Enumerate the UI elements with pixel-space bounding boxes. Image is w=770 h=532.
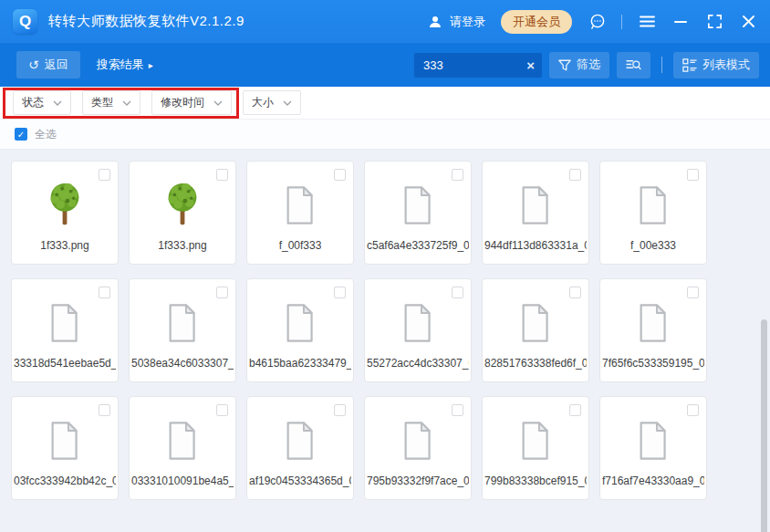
file-card[interactable]: f716af7e43330aa9_0 — [599, 396, 707, 500]
file-name: 1f333.png — [40, 239, 88, 252]
file-checkbox[interactable] — [334, 404, 346, 416]
breadcrumb[interactable]: 搜索结果 ▸ — [97, 57, 153, 73]
document-icon — [636, 162, 671, 239]
file-card[interactable]: 1f333.png — [11, 161, 119, 265]
file-card[interactable]: 5038ea34c6033307_0 — [129, 278, 236, 382]
file-card[interactable]: 944df113d863331a_0 — [482, 161, 589, 265]
chevron-down-icon — [122, 100, 131, 106]
select-all-checkbox[interactable]: ✓ — [15, 128, 27, 141]
customer-service-icon[interactable] — [588, 13, 606, 31]
file-checkbox[interactable] — [216, 404, 228, 416]
document-icon — [401, 279, 435, 357]
file-name: 03fcc333942bb42c_0 — [14, 475, 116, 487]
size-dropdown[interactable]: 大小 — [243, 90, 301, 115]
document-icon — [47, 279, 82, 357]
document-icon — [636, 397, 671, 475]
file-checkbox[interactable] — [569, 404, 581, 416]
file-checkbox[interactable] — [334, 169, 346, 181]
clear-search-icon[interactable]: × — [526, 58, 535, 72]
document-icon — [283, 279, 317, 357]
back-label: 返回 — [45, 57, 68, 73]
file-name: 799b83338bcef915_0 — [484, 475, 587, 487]
file-name: 03331010091be4a5_0 — [131, 475, 234, 487]
toolbar-divider — [661, 57, 662, 73]
document-icon — [47, 397, 82, 475]
select-all-row: ✓ 全选 — [0, 120, 770, 150]
filter-row: 状态 类型 修改时间 大小 — [0, 87, 770, 120]
chevron-down-icon — [283, 100, 292, 106]
file-name: 33318d541eebae5d_0 — [14, 357, 116, 370]
file-checkbox[interactable] — [452, 169, 463, 181]
search-in-list-button[interactable] — [617, 52, 650, 78]
file-checkbox[interactable] — [687, 287, 699, 298]
file-checkbox[interactable] — [99, 404, 110, 416]
toolbar: ↺ 返回 搜索结果 ▸ × 筛选 — [0, 43, 770, 87]
file-card[interactable]: f_00f333 — [246, 161, 354, 265]
file-card[interactable]: 03331010091be4a5_0 — [129, 396, 236, 500]
file-card[interactable]: 799b83338bcef915_0 — [482, 396, 589, 500]
document-icon — [518, 279, 553, 357]
file-card[interactable]: b4615baa62333479_0 — [246, 278, 354, 382]
minimize-icon[interactable] — [671, 13, 690, 31]
file-list-area: 1f333.png 1f333.png f_00f333 c5af6a4e333… — [0, 150, 770, 532]
tree-image-thumbnail — [159, 162, 206, 239]
file-name: 7f65f6c533359195_0 — [602, 357, 704, 370]
document-icon — [401, 162, 435, 239]
file-card[interactable]: c5af6a4e333725f9_0 — [364, 161, 472, 265]
app-logo-icon: Q — [13, 9, 37, 34]
document-icon — [165, 397, 200, 475]
file-card[interactable]: af19c0453334365d_0 — [246, 396, 354, 500]
file-checkbox[interactable] — [99, 169, 110, 181]
login-label: 请登录 — [450, 14, 485, 30]
document-icon — [283, 397, 317, 475]
file-name: f_00e333 — [630, 239, 676, 252]
file-card[interactable]: 1f333.png — [129, 161, 236, 265]
file-checkbox[interactable] — [452, 287, 463, 298]
filter-button[interactable]: 筛选 — [549, 52, 609, 78]
breadcrumb-label: 搜索结果 — [97, 57, 144, 73]
file-checkbox[interactable] — [99, 287, 110, 298]
file-name: b4615baa62333479_0 — [249, 357, 351, 370]
close-icon[interactable] — [739, 13, 757, 31]
scrollbar-thumb[interactable] — [761, 319, 767, 532]
chevron-down-icon — [213, 100, 223, 106]
breadcrumb-arrow-icon: ▸ — [149, 60, 153, 70]
maximize-icon[interactable] — [705, 13, 723, 31]
file-card[interactable]: 33318d541eebae5d_0 — [11, 278, 119, 382]
file-name: 1f333.png — [158, 239, 206, 252]
file-checkbox[interactable] — [452, 404, 463, 416]
document-icon — [636, 279, 671, 357]
list-mode-button[interactable]: 列表模式 — [673, 52, 759, 78]
file-card[interactable]: 795b93332f9f7ace_0 — [364, 396, 472, 500]
modified-time-dropdown-label: 修改时间 — [161, 95, 204, 110]
file-card[interactable]: f_00e333 — [599, 161, 707, 265]
filter-label: 筛选 — [577, 57, 600, 73]
file-name: 5038ea34c6033307_0 — [131, 357, 234, 370]
app-title: 转转大师数据恢复软件V2.1.2.9 — [48, 13, 245, 30]
file-checkbox[interactable] — [334, 287, 346, 298]
menu-icon[interactable] — [638, 13, 656, 31]
file-card[interactable]: 82851763338fed6f_0 — [482, 278, 589, 382]
modified-time-dropdown[interactable]: 修改时间 — [151, 90, 232, 115]
file-checkbox[interactable] — [569, 169, 581, 181]
back-button[interactable]: ↺ 返回 — [16, 51, 80, 78]
search-input[interactable] — [423, 58, 526, 72]
file-checkbox[interactable] — [216, 287, 228, 298]
status-dropdown[interactable]: 状态 — [13, 90, 71, 115]
file-card[interactable]: 7f65f6c533359195_0 — [599, 278, 707, 382]
file-checkbox[interactable] — [569, 287, 581, 298]
select-all-label: 全选 — [35, 127, 57, 142]
file-card[interactable]: 55272acc4dc33307_0 — [364, 278, 472, 382]
type-dropdown[interactable]: 类型 — [82, 90, 140, 115]
search-box[interactable]: × — [414, 53, 542, 78]
login-link[interactable]: 请登录 — [426, 13, 485, 31]
file-grid: 1f333.png 1f333.png f_00f333 c5af6a4e333… — [0, 150, 770, 500]
file-checkbox[interactable] — [687, 404, 699, 416]
file-checkbox[interactable] — [216, 169, 228, 181]
file-checkbox[interactable] — [687, 169, 699, 181]
open-vip-button[interactable]: 开通会员 — [501, 10, 572, 34]
document-icon — [401, 397, 435, 475]
file-card[interactable]: 03fcc333942bb42c_0 — [11, 396, 119, 500]
type-dropdown-label: 类型 — [91, 95, 113, 110]
file-name: 82851763338fed6f_0 — [484, 357, 587, 370]
